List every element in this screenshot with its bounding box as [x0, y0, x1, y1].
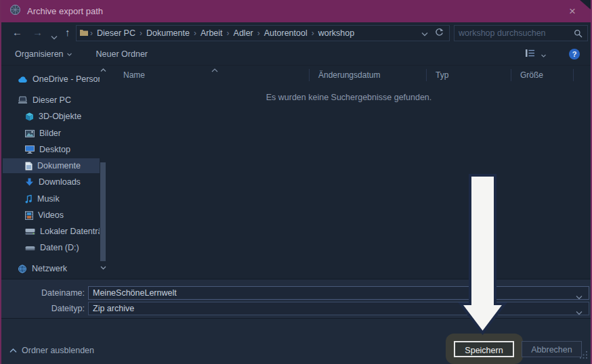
bottom-bar: Ordner ausblenden Speichern Abbrechen [1, 318, 591, 364]
help-icon[interactable]: ? [569, 49, 580, 60]
file-list-area: Name Änderungsdatum Typ Größe Es wurden … [108, 66, 589, 279]
sidebar-item-daten-d[interactable]: Daten (D:) [3, 240, 100, 255]
breadcrumb-item[interactable]: Dieser PC [94, 28, 138, 38]
save-dialog-window: Archive export path × ← → ↑ › Dieser PC … [0, 0, 592, 364]
breadcrumb-separator: › [256, 28, 261, 38]
folder-icon [79, 27, 89, 39]
organize-label: Organisieren [15, 49, 64, 59]
address-bar[interactable]: › Dieser PC › Dokumente › Arbeit › Adler… [76, 25, 450, 41]
scroll-down-chevron-icon[interactable] [100, 266, 106, 270]
close-button[interactable]: × [564, 3, 581, 20]
filename-input[interactable] [88, 286, 589, 300]
breadcrumb-item[interactable]: Dokumente [144, 28, 192, 38]
filename-label: Dateiname: [1, 288, 85, 298]
sidebar-item-lokaler-datentraeger[interactable]: Lokaler Datenträ [3, 224, 100, 239]
sidebar-scrollbar[interactable] [100, 66, 106, 279]
sidebar-item-label: Musik [37, 194, 60, 204]
breadcrumb-separator: › [192, 28, 198, 38]
file-fields-panel: Dateiname: Dateityp: Zip archive [1, 279, 591, 318]
column-header-date[interactable]: Änderungsdatum [310, 69, 427, 81]
view-options-chevron-icon[interactable] [541, 48, 546, 60]
sidebar-item-dokumente[interactable]: Dokumente [3, 158, 100, 173]
sidebar-item-musik[interactable]: Musik [3, 191, 100, 206]
save-button[interactable]: Speichern [454, 341, 514, 357]
empty-results-message: Es wurden keine Suchergebnisse gefunden. [108, 93, 589, 102]
content-area: OneDrive - Person Dieser PC 3D-Objekte B… [1, 66, 591, 279]
corner-notch [580, 0, 591, 9]
breadcrumb-separator: › [310, 28, 316, 38]
breadcrumb-separator: › [89, 28, 94, 38]
new-folder-label: Neuer Ordner [96, 49, 148, 59]
breadcrumb-item[interactable]: Adler [231, 28, 256, 38]
filetype-select[interactable]: Zip archive [88, 302, 589, 315]
sidebar-item-label: Downloads [39, 177, 81, 187]
music-icon [25, 195, 33, 204]
breadcrumb-item[interactable]: workshop [316, 28, 358, 38]
monitor-icon [25, 145, 35, 154]
up-icon[interactable]: ↑ [65, 27, 70, 37]
column-header-type[interactable]: Typ [427, 69, 511, 81]
breadcrumb-item[interactable]: Autorentool [261, 28, 310, 38]
column-header-row: Name Änderungsdatum Typ Größe [108, 66, 589, 84]
sidebar-item-label: Desktop [39, 145, 70, 154]
chevron-down-icon [67, 53, 72, 56]
forward-icon[interactable]: → [33, 27, 43, 37]
scroll-up-chevron-icon[interactable] [100, 68, 106, 72]
recent-locations-chevron-icon[interactable] [51, 30, 58, 43]
sidebar-item-label: Daten (D:) [40, 243, 79, 252]
video-icon [25, 211, 33, 220]
sidebar-item-label: Dieser PC [33, 95, 71, 105]
sidebar-item-downloads[interactable]: Downloads [3, 175, 100, 189]
window-title: Archive export path [27, 6, 103, 16]
sort-ascending-chevron-icon[interactable] [211, 65, 218, 74]
sidebar-item-desktop[interactable]: Desktop [3, 142, 100, 157]
filename-dropdown-chevron-icon[interactable] [576, 290, 583, 302]
document-icon [25, 162, 33, 170]
resize-grip[interactable] [579, 350, 588, 362]
sidebar-item-label: Videos [38, 210, 64, 220]
column-header-name[interactable]: Name [108, 69, 310, 81]
app-globe-icon [9, 4, 21, 18]
chevron-up-icon [9, 348, 17, 353]
sidebar-item-videos[interactable]: Videos [3, 208, 100, 223]
back-icon[interactable]: ← [12, 27, 22, 37]
cube-icon [25, 112, 34, 121]
network-icon [18, 265, 27, 273]
sidebar-item-label: Netzwerk [32, 264, 67, 273]
drive-icon [25, 245, 35, 251]
hide-folders-label: Ordner ausblenden [22, 346, 94, 355]
title-bar: Archive export path × [1, 0, 591, 22]
download-icon [25, 178, 34, 186]
organize-button[interactable]: Organisieren [15, 49, 72, 59]
picture-icon [25, 130, 35, 137]
sidebar-item-onedrive[interactable]: OneDrive - Person [3, 72, 100, 87]
sidebar-item-label: Lokaler Datenträ [40, 227, 100, 236]
sidebar-item-3d-objekte[interactable]: 3D-Objekte [3, 109, 100, 124]
sidebar-item-label: Bilder [39, 129, 61, 138]
drive-icon [25, 228, 35, 235]
refresh-icon[interactable] [435, 27, 444, 39]
navigation-bar: ← → ↑ › Dieser PC › Dokumente › Arbeit ›… [1, 22, 591, 43]
sidebar-item-label: OneDrive - Person [33, 74, 100, 84]
column-header-size[interactable]: Größe [511, 69, 574, 81]
breadcrumb-item[interactable]: Arbeit [198, 28, 226, 38]
hide-folders-button[interactable]: Ordner ausblenden [9, 346, 94, 355]
sidebar-item-bilder[interactable]: Bilder [3, 126, 100, 141]
scrollbar-thumb[interactable] [100, 162, 106, 261]
new-folder-button[interactable]: Neuer Ordner [96, 49, 148, 59]
view-details-icon[interactable] [525, 48, 536, 60]
folder-sidebar: OneDrive - Person Dieser PC 3D-Objekte B… [1, 66, 108, 279]
sidebar-item-netzwerk[interactable]: Netzwerk [3, 261, 100, 276]
sidebar-item-label: 3D-Objekte [39, 112, 81, 121]
address-dropdown-chevron-icon[interactable] [421, 27, 428, 39]
breadcrumb-separator: › [226, 28, 231, 38]
filetype-value: Zip archive [93, 304, 134, 313]
cancel-button[interactable]: Abbrechen [522, 341, 582, 357]
filetype-label: Dateityp: [1, 304, 85, 313]
search-input[interactable] [454, 28, 574, 38]
search-icon[interactable] [574, 29, 587, 38]
sidebar-item-dieser-pc[interactable]: Dieser PC [3, 93, 100, 108]
filetype-dropdown-chevron-icon[interactable] [576, 306, 583, 318]
sidebar-item-label: Dokumente [37, 161, 81, 170]
pc-icon [18, 96, 28, 104]
